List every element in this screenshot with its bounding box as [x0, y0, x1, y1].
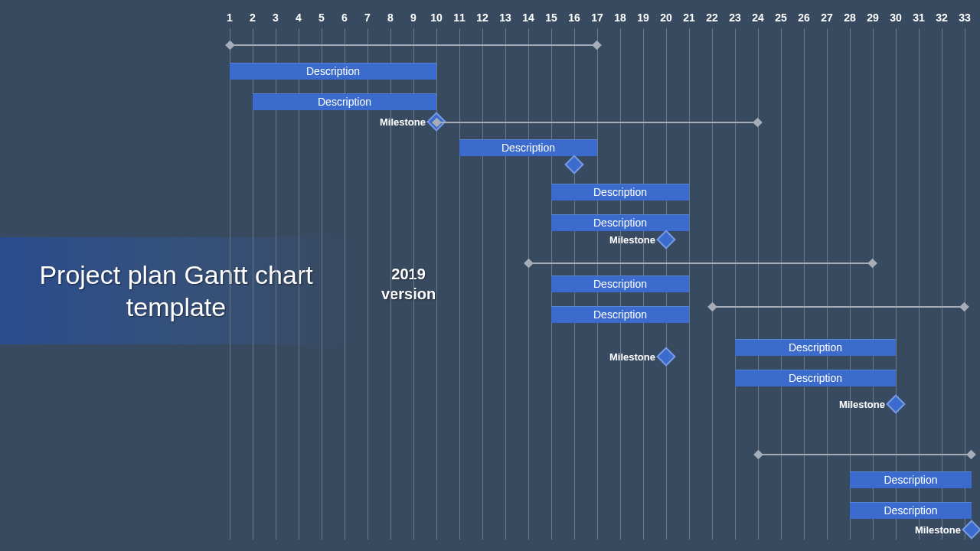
axis-tick: 31 [913, 11, 925, 24]
axis-labels: 1234567891011121314151617181920212223242… [214, 11, 980, 28]
group-header-line [436, 122, 758, 123]
gridline [735, 28, 736, 540]
axis-tick: 2 [250, 11, 256, 24]
axis-tick: 12 [476, 11, 488, 24]
task-bar: Description [735, 370, 896, 386]
axis-tick: 28 [844, 11, 856, 24]
task-bar: Description [551, 276, 689, 292]
gridline [850, 28, 851, 540]
gridline [758, 28, 759, 540]
gridline [689, 28, 690, 540]
axis-tick: 30 [890, 11, 902, 24]
axis-tick: 23 [729, 11, 741, 24]
milestone-label: Milestone [380, 116, 426, 128]
axis-tick: 20 [660, 11, 672, 24]
axis-tick: 29 [867, 11, 879, 24]
task-bar: Description [551, 214, 689, 231]
gridline [482, 28, 483, 540]
task-bar: Description [735, 339, 896, 356]
axis-tick: 11 [453, 11, 466, 24]
axis-tick: 27 [821, 11, 833, 24]
task-bar: Description [551, 184, 689, 201]
gridline [965, 28, 965, 540]
axis-tick: 17 [591, 11, 603, 24]
gridline [804, 28, 805, 540]
axis-tick: 7 [364, 11, 371, 24]
task-bar: Description [230, 63, 436, 80]
axis-tick: 14 [522, 11, 534, 24]
gridline [873, 28, 874, 540]
task-bar: Description [850, 471, 972, 488]
milestone-label: Milestone [839, 399, 885, 410]
gridline [827, 28, 828, 540]
gridline [505, 28, 506, 540]
milestone-label: Milestone [915, 524, 961, 536]
group-header-line [230, 44, 597, 46]
gridline [896, 28, 897, 540]
axis-tick: 4 [296, 11, 302, 24]
axis-tick: 18 [614, 11, 626, 24]
gantt-chart: 1234567891011121314151617181920212223242… [214, 11, 980, 540]
task-bar: Description [253, 93, 436, 110]
task-bar: Description [551, 306, 689, 323]
gridline [436, 28, 437, 540]
group-header-line [758, 454, 972, 455]
axis-tick: 19 [637, 11, 649, 24]
gridline [919, 28, 920, 540]
axis-tick: 8 [387, 11, 394, 24]
axis-tick: 6 [341, 11, 348, 24]
axis-tick: 33 [959, 11, 971, 24]
gridline [230, 28, 230, 540]
axis-tick: 21 [683, 11, 695, 24]
group-header-line [528, 262, 873, 264]
axis-tick: 16 [568, 11, 580, 24]
axis-tick: 5 [318, 11, 325, 24]
milestone-label: Milestone [609, 234, 655, 246]
axis-tick: 13 [499, 11, 511, 24]
axis-tick: 10 [430, 11, 443, 24]
gridline [528, 28, 529, 540]
axis-tick: 24 [752, 11, 764, 24]
gridline [712, 28, 713, 540]
axis-tick: 9 [410, 11, 416, 24]
gridline [942, 28, 942, 540]
axis-tick: 26 [798, 11, 810, 24]
axis-tick: 32 [936, 11, 948, 24]
group-header-line [712, 306, 965, 308]
gridline [459, 28, 460, 540]
axis-tick: 25 [775, 11, 787, 24]
axis-tick: 22 [706, 11, 718, 24]
gridline [781, 28, 782, 540]
task-bar: Description [850, 502, 972, 519]
task-bar: Description [459, 139, 597, 156]
axis-tick: 3 [273, 11, 279, 24]
axis-tick: 15 [545, 11, 557, 24]
milestone-label: Milestone [609, 351, 655, 363]
axis-tick: 1 [227, 11, 233, 24]
